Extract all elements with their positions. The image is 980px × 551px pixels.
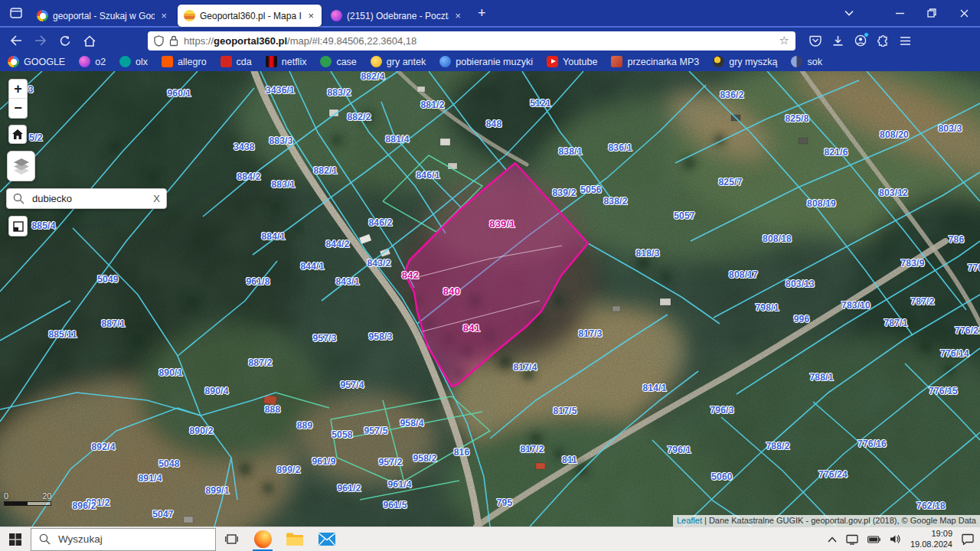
taskbar-explorer-button[interactable]: [279, 527, 311, 551]
account-icon[interactable]: [854, 34, 867, 47]
bookmark-label: sok: [807, 57, 822, 67]
battery-icon[interactable]: [867, 536, 880, 543]
firefox-view-icon[interactable]: [6, 4, 26, 22]
youtube-favicon-icon: [547, 56, 558, 67]
account-notification-dot: [864, 32, 869, 37]
bookmark-label: gry antek: [387, 57, 426, 67]
map-attribution: Leaflet | Dane Katastralne GUGIK - geopo…: [673, 515, 980, 527]
bookmark-item[interactable]: o2: [79, 56, 106, 67]
antek-favicon-icon: [371, 56, 382, 67]
tab-list: geoportal - Szukaj w Google×Geoportal360…: [29, 0, 470, 27]
tab-close-icon[interactable]: ×: [453, 10, 462, 21]
task-view-button[interactable]: [216, 527, 247, 551]
search-icon: [13, 193, 24, 204]
bookmark-item[interactable]: pobieranie muzyki: [439, 56, 533, 67]
leaflet-link[interactable]: Leaflet: [677, 516, 702, 525]
bookmark-item[interactable]: cda: [220, 56, 252, 67]
home-button[interactable]: [80, 31, 100, 51]
zoom-in-button[interactable]: +: [9, 80, 27, 99]
forward-button[interactable]: [31, 31, 51, 51]
bookmark-star-icon[interactable]: ☆: [779, 34, 789, 47]
toolbar-icons: [809, 34, 911, 47]
bookmark-item[interactable]: przecinarka MP3: [611, 56, 699, 67]
list-all-tabs-icon[interactable]: [833, 0, 865, 27]
layers-button[interactable]: [7, 151, 35, 181]
google-favicon-icon: [8, 56, 19, 67]
bookmark-label: o2: [95, 57, 106, 67]
map-home-button[interactable]: [8, 125, 27, 144]
bookmark-label: olx: [136, 57, 148, 67]
zoom-controls: + −: [8, 79, 28, 119]
new-tab-button[interactable]: +: [470, 0, 494, 27]
taskbar-search-box[interactable]: Wyszukaj: [31, 528, 216, 551]
map-search-input[interactable]: [31, 192, 147, 205]
browser-tab[interactable]: Geoportal360.pl - Mapa Interak×: [178, 5, 322, 27]
taskbar-mail-button[interactable]: [311, 527, 343, 551]
bookmark-item[interactable]: GOOGLE: [8, 56, 65, 67]
bookmark-label: gry myszką: [729, 57, 777, 67]
taskbar-search-icon: [39, 533, 51, 545]
olx-favicon-icon: [119, 56, 131, 67]
tab-close-icon[interactable]: ×: [306, 10, 315, 21]
netflix-favicon-icon: [266, 56, 277, 67]
search-clear-button[interactable]: X: [153, 193, 160, 204]
firefox-icon: [254, 530, 272, 548]
browser-tab[interactable]: geoportal - Szukaj w Google×: [31, 5, 175, 27]
menu-icon[interactable]: [900, 36, 911, 46]
bookmark-item[interactable]: allegro: [162, 56, 207, 67]
bookmarks-bar: GOOGLEo2olxallegrocdanetflixcasegry ante…: [0, 52, 980, 71]
geoportal-favicon: [184, 10, 195, 21]
area-select-icon: [12, 220, 24, 233]
start-button[interactable]: [0, 527, 31, 551]
bookmark-item[interactable]: Youtube: [547, 56, 597, 67]
bookmark-item[interactable]: sok: [791, 56, 822, 67]
area-select-button[interactable]: [8, 216, 28, 236]
bookmark-label: cda: [237, 57, 252, 67]
satellite-map-canvas[interactable]: 885/3960/13436/1882/4883/2881/2882/25121…: [0, 71, 980, 527]
reload-button[interactable]: [55, 31, 75, 51]
extensions-icon[interactable]: [877, 35, 889, 47]
task-view-icon: [225, 533, 238, 545]
navigation-toolbar: https://geoportal360.pl/map/#l:49.84506,…: [0, 29, 980, 52]
action-center-icon[interactable]: [962, 533, 974, 545]
volume-icon[interactable]: [890, 534, 901, 544]
display-icon[interactable]: [846, 534, 858, 545]
browser-tab[interactable]: (2151) Odebrane - Poczta o2×: [325, 5, 469, 27]
bookmark-label: allegro: [178, 57, 207, 67]
tab-title: (2151) Odebrane - Poczta o2: [347, 11, 449, 21]
taskbar-clock[interactable]: 19:09 19.08.2024: [910, 529, 952, 550]
pm-favicon-icon: [439, 56, 451, 67]
windows-logo-icon: [9, 533, 21, 546]
tab-title: geoportal - Szukaj w Google: [53, 11, 155, 21]
tray-time: 19:09: [910, 529, 952, 540]
google-favicon: [37, 10, 48, 21]
minimize-button[interactable]: [884, 0, 916, 27]
myszka-favicon-icon: [713, 56, 724, 67]
file-explorer-icon: [286, 532, 304, 547]
taskbar-firefox-button[interactable]: [247, 527, 279, 551]
downloads-icon[interactable]: [832, 35, 844, 47]
bookmark-item[interactable]: gry antek: [371, 56, 426, 67]
zoom-out-button[interactable]: −: [9, 99, 27, 118]
scale-bar: [4, 501, 51, 506]
bookmark-label: przecinarka MP3: [627, 57, 699, 67]
tab-close-icon[interactable]: ×: [159, 10, 168, 21]
window-controls: [833, 0, 980, 27]
przecinarka-favicon-icon: [611, 56, 622, 67]
bookmark-item[interactable]: gry myszką: [713, 56, 777, 67]
tray-expand-icon[interactable]: [828, 536, 837, 543]
url-bar[interactable]: https://geoportal360.pl/map/#l:49.84506,…: [148, 31, 795, 51]
bookmark-label: GOOGLE: [24, 57, 65, 67]
map-imagery: [0, 71, 980, 527]
bookmark-label: pobieranie muzyki: [456, 57, 533, 67]
pocket-icon[interactable]: [809, 35, 822, 47]
back-button[interactable]: [6, 31, 26, 51]
restore-button[interactable]: [916, 0, 948, 27]
tab-strip: geoportal - Szukaj w Google×Geoportal360…: [0, 0, 980, 28]
map-search-box: X: [6, 188, 167, 209]
bookmark-item[interactable]: netflix: [266, 56, 307, 67]
bookmark-item[interactable]: olx: [119, 56, 148, 67]
bookmark-item[interactable]: case: [320, 56, 356, 67]
close-window-button[interactable]: [948, 0, 980, 27]
sok-favicon-icon: [791, 56, 802, 67]
